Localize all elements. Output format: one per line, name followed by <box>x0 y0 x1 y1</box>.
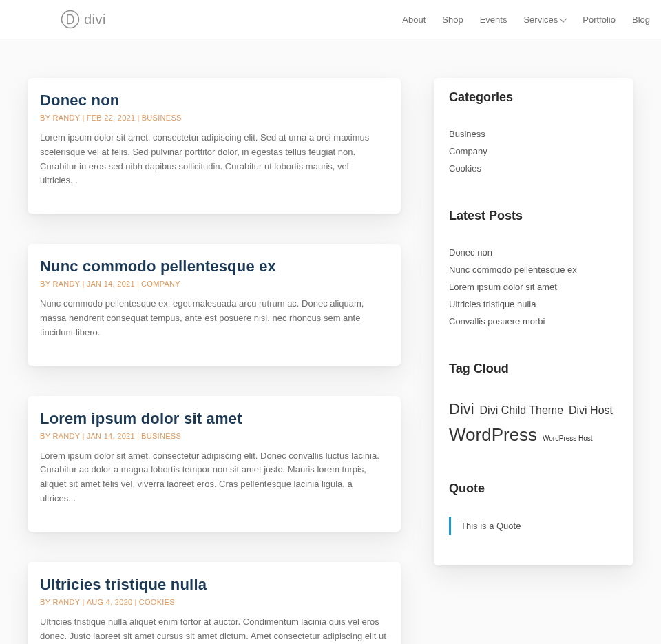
divi-logo-icon <box>61 10 80 29</box>
latest-post-item[interactable]: Lorem ipsum dolor sit amet <box>449 278 618 295</box>
post-excerpt: Ultricies tristique nulla aliquet enim t… <box>40 615 388 644</box>
widget-title: Categories <box>449 90 618 105</box>
brand-logo[interactable]: divi <box>61 10 106 29</box>
post-date: JAN 14, 2021 <box>87 432 135 440</box>
meta-separator: | <box>133 598 139 606</box>
nav-item-label: Events <box>480 14 507 25</box>
meta-separator: | <box>135 280 141 288</box>
latest-post-item[interactable]: Convallis posuere morbi <box>449 313 618 330</box>
category-list: BusinessCompanyCookies <box>449 125 618 177</box>
post-card: Lorem ipsum dolor sit ametBY RANDY|JAN 1… <box>28 396 401 532</box>
nav-item-label: Shop <box>442 14 463 25</box>
meta-separator: | <box>136 114 142 122</box>
post-title[interactable]: Lorem ipsum dolor sit amet <box>40 410 388 428</box>
post-card: Ultricies tristique nullaBY RANDY|AUG 4,… <box>28 562 401 644</box>
post-list: Donec nonBY RANDY|FEB 22, 2021|BUSINESSL… <box>28 78 401 644</box>
svg-point-0 <box>62 11 79 28</box>
post-title[interactable]: Donec non <box>40 92 388 110</box>
widget-title: Quote <box>449 481 618 496</box>
nav-item-blog[interactable]: Blog <box>632 14 650 25</box>
tag[interactable]: WordPress <box>449 424 537 445</box>
latest-post-item[interactable]: Ultricies tristique nulla <box>449 295 618 313</box>
post-date: JAN 14, 2021 <box>87 280 135 288</box>
meta-separator: | <box>80 432 86 440</box>
post-meta: BY RANDY|JAN 14, 2021|BUSINESS <box>40 432 388 440</box>
category-item[interactable]: Company <box>449 143 618 160</box>
meta-separator: | <box>80 280 86 288</box>
category-item[interactable]: Cookies <box>449 160 618 177</box>
latest-post-item[interactable]: Donec non <box>449 244 618 261</box>
nav-item-label: Services <box>523 14 558 25</box>
post-category[interactable]: BUSINESS <box>141 432 181 440</box>
meta-by-label: BY <box>40 432 50 440</box>
post-category[interactable]: COOKIES <box>139 598 175 606</box>
widget-title: Tag Cloud <box>449 362 618 376</box>
nav-item-about[interactable]: About <box>402 14 426 25</box>
post-title[interactable]: Nunc commodo pellentesque ex <box>40 258 388 276</box>
nav-item-shop[interactable]: Shop <box>442 14 463 25</box>
post-meta: BY RANDY|AUG 4, 2020|COOKIES <box>40 598 388 606</box>
nav-item-events[interactable]: Events <box>480 14 507 25</box>
meta-separator: | <box>80 598 86 606</box>
widget-quote: Quote This is a Quote <box>449 481 618 535</box>
nav-item-services[interactable]: Services <box>523 14 566 25</box>
tag[interactable]: WordPress Host <box>543 435 593 442</box>
quote-text: This is a Quote <box>461 521 521 531</box>
post-category[interactable]: BUSINESS <box>142 114 182 122</box>
post-excerpt: Lorem ipsum dolor sit amet, consectetur … <box>40 131 388 188</box>
site-header: divi AboutShopEventsServicesPortfolioBlo… <box>0 0 661 39</box>
meta-by-label: BY <box>40 598 50 606</box>
post-excerpt: Nunc commodo pellentesque ex, eget males… <box>40 297 388 340</box>
nav-item-label: Blog <box>632 14 650 25</box>
category-item[interactable]: Business <box>449 125 618 143</box>
brand-name: divi <box>84 12 106 28</box>
primary-nav: AboutShopEventsServicesPortfolioBlog <box>402 14 650 25</box>
widget-latest-posts: Latest Posts Donec nonNunc commodo pelle… <box>449 209 618 330</box>
post-author[interactable]: RANDY <box>52 114 80 122</box>
post-date: FEB 22, 2021 <box>87 114 136 122</box>
post-author[interactable]: RANDY <box>52 432 80 440</box>
widget-title: Latest Posts <box>449 209 618 223</box>
tag-cloud: Divi Divi Child Theme Divi Host WordPres… <box>449 397 618 450</box>
meta-by-label: BY <box>40 280 50 288</box>
meta-separator: | <box>135 432 141 440</box>
tag[interactable]: Divi Host <box>569 404 613 416</box>
latest-post-item[interactable]: Nunc commodo pellentesque ex <box>449 261 618 278</box>
latest-posts-list: Donec nonNunc commodo pellentesque exLor… <box>449 244 618 330</box>
widget-categories: Categories BusinessCompanyCookies <box>449 90 618 177</box>
post-excerpt: Lorem ipsum dolor sit amet, consectetur … <box>40 449 388 506</box>
quote-box: This is a Quote <box>449 517 618 535</box>
nav-item-portfolio[interactable]: Portfolio <box>583 14 616 25</box>
chevron-down-icon <box>560 14 567 22</box>
post-author[interactable]: RANDY <box>52 598 80 606</box>
post-meta: BY RANDY|JAN 14, 2021|COMPANY <box>40 280 388 288</box>
nav-item-label: Portfolio <box>583 14 616 25</box>
meta-separator: | <box>80 114 86 122</box>
tag[interactable]: Divi Child Theme <box>480 404 564 416</box>
post-card: Donec nonBY RANDY|FEB 22, 2021|BUSINESSL… <box>28 78 401 214</box>
meta-by-label: BY <box>40 114 50 122</box>
post-title[interactable]: Ultricies tristique nulla <box>40 576 388 594</box>
post-author[interactable]: RANDY <box>52 280 80 288</box>
nav-item-label: About <box>402 14 426 25</box>
post-card: Nunc commodo pellentesque exBY RANDY|JAN… <box>28 244 401 365</box>
post-meta: BY RANDY|FEB 22, 2021|BUSINESS <box>40 114 388 122</box>
post-category[interactable]: COMPANY <box>141 280 180 288</box>
post-date: AUG 4, 2020 <box>87 598 133 606</box>
sidebar: Categories BusinessCompanyCookies Latest… <box>434 78 633 565</box>
widget-tag-cloud: Tag Cloud Divi Divi Child Theme Divi Hos… <box>449 362 618 450</box>
tag[interactable]: Divi <box>449 400 474 417</box>
